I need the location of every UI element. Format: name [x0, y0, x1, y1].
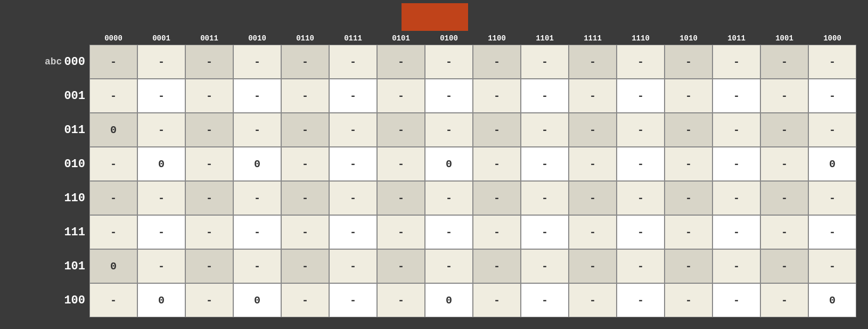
cell-r5-c11[interactable]: -	[617, 215, 665, 249]
cell-r2-c8[interactable]: -	[473, 113, 521, 147]
cell-r5-c7[interactable]: -	[425, 215, 473, 249]
cell-r7-c3[interactable]: 0	[233, 283, 281, 317]
cell-r6-c11[interactable]: -	[617, 249, 665, 283]
cell-r4-c2[interactable]: -	[185, 181, 233, 215]
cell-r3-c13[interactable]: -	[713, 147, 760, 181]
cell-r6-c9[interactable]: -	[521, 249, 569, 283]
cell-r6-c3[interactable]: -	[233, 249, 281, 283]
cell-r3-c14[interactable]: -	[760, 147, 808, 181]
cell-r5-c14[interactable]: -	[760, 215, 808, 249]
cell-r0-c12[interactable]: -	[665, 45, 713, 79]
cell-r5-c0[interactable]: -	[89, 215, 137, 249]
cell-r7-c7[interactable]: 0	[425, 283, 473, 317]
cell-r7-c11[interactable]: -	[617, 283, 665, 317]
cell-r6-c0[interactable]: 0	[89, 249, 137, 283]
cell-r5-c5[interactable]: -	[329, 215, 377, 249]
cell-r6-c1[interactable]: -	[137, 249, 185, 283]
cell-r1-c15[interactable]: -	[808, 79, 856, 113]
cell-r0-c7[interactable]: -	[425, 45, 473, 79]
cell-r7-c14[interactable]: -	[760, 283, 808, 317]
cell-r1-c7[interactable]: -	[425, 79, 473, 113]
cell-r4-c0[interactable]: -	[89, 181, 137, 215]
cell-r0-c2[interactable]: -	[185, 45, 233, 79]
cell-r7-c15[interactable]: 0	[808, 283, 856, 317]
cell-r2-c7[interactable]: -	[425, 113, 473, 147]
cell-r5-c10[interactable]: -	[569, 215, 617, 249]
cell-r2-c11[interactable]: -	[617, 113, 665, 147]
cell-r5-c8[interactable]: -	[473, 215, 521, 249]
cell-r7-c0[interactable]: -	[89, 283, 137, 317]
cell-r4-c7[interactable]: -	[425, 181, 473, 215]
cell-r3-c3[interactable]: 0	[233, 147, 281, 181]
cell-r1-c8[interactable]: -	[473, 79, 521, 113]
cell-r1-c10[interactable]: -	[569, 79, 617, 113]
cell-r7-c13[interactable]: -	[713, 283, 760, 317]
cell-r0-c15[interactable]: -	[808, 45, 856, 79]
cell-r4-c9[interactable]: -	[521, 181, 569, 215]
cell-r4-c10[interactable]: -	[569, 181, 617, 215]
cell-r7-c6[interactable]: -	[377, 283, 425, 317]
cell-r1-c11[interactable]: -	[617, 79, 665, 113]
cell-r5-c1[interactable]: -	[137, 215, 185, 249]
cell-r0-c1[interactable]: -	[137, 45, 185, 79]
cell-r6-c15[interactable]: -	[808, 249, 856, 283]
cell-r0-c9[interactable]: -	[521, 45, 569, 79]
cell-r3-c10[interactable]: -	[569, 147, 617, 181]
cell-r7-c1[interactable]: 0	[137, 283, 185, 317]
cell-r5-c12[interactable]: -	[665, 215, 713, 249]
cell-r4-c8[interactable]: -	[473, 181, 521, 215]
cell-r4-c11[interactable]: -	[617, 181, 665, 215]
cell-r1-c6[interactable]: -	[377, 79, 425, 113]
cell-r3-c5[interactable]: -	[329, 147, 377, 181]
cell-r3-c2[interactable]: -	[185, 147, 233, 181]
cell-r3-c6[interactable]: -	[377, 147, 425, 181]
cell-r1-c14[interactable]: -	[760, 79, 808, 113]
cell-r6-c13[interactable]: -	[713, 249, 760, 283]
cell-r2-c4[interactable]: -	[281, 113, 329, 147]
cell-r7-c5[interactable]: -	[329, 283, 377, 317]
cell-r4-c5[interactable]: -	[329, 181, 377, 215]
cell-r4-c1[interactable]: -	[137, 181, 185, 215]
cell-r0-c6[interactable]: -	[377, 45, 425, 79]
cell-r7-c8[interactable]: -	[473, 283, 521, 317]
cell-r7-c2[interactable]: -	[185, 283, 233, 317]
cell-r6-c5[interactable]: -	[329, 249, 377, 283]
clear-button[interactable]	[402, 3, 468, 31]
cell-r6-c8[interactable]: -	[473, 249, 521, 283]
cell-r3-c4[interactable]: -	[281, 147, 329, 181]
cell-r6-c7[interactable]: -	[425, 249, 473, 283]
cell-r5-c3[interactable]: -	[233, 215, 281, 249]
cell-r0-c3[interactable]: -	[233, 45, 281, 79]
cell-r5-c15[interactable]: -	[808, 215, 856, 249]
cell-r2-c6[interactable]: -	[377, 113, 425, 147]
cell-r3-c8[interactable]: -	[473, 147, 521, 181]
cell-r0-c0[interactable]: -	[89, 45, 137, 79]
cell-r7-c9[interactable]: -	[521, 283, 569, 317]
cell-r3-c9[interactable]: -	[521, 147, 569, 181]
cell-r2-c3[interactable]: -	[233, 113, 281, 147]
cell-r2-c12[interactable]: -	[665, 113, 713, 147]
cell-r3-c7[interactable]: 0	[425, 147, 473, 181]
cell-r3-c12[interactable]: -	[665, 147, 713, 181]
cell-r3-c15[interactable]: 0	[808, 147, 856, 181]
cell-r2-c14[interactable]: -	[760, 113, 808, 147]
cell-r1-c0[interactable]: -	[89, 79, 137, 113]
cell-r5-c2[interactable]: -	[185, 215, 233, 249]
cell-r0-c14[interactable]: -	[760, 45, 808, 79]
cell-r4-c13[interactable]: -	[713, 181, 760, 215]
cell-r7-c12[interactable]: -	[665, 283, 713, 317]
cell-r2-c0[interactable]: 0	[89, 113, 137, 147]
cell-r6-c10[interactable]: -	[569, 249, 617, 283]
cell-r4-c12[interactable]: -	[665, 181, 713, 215]
cell-r6-c6[interactable]: -	[377, 249, 425, 283]
cell-r4-c14[interactable]: -	[760, 181, 808, 215]
cell-r1-c2[interactable]: -	[185, 79, 233, 113]
cell-r4-c15[interactable]: -	[808, 181, 856, 215]
cell-r0-c8[interactable]: -	[473, 45, 521, 79]
cell-r0-c13[interactable]: -	[713, 45, 760, 79]
cell-r5-c13[interactable]: -	[713, 215, 760, 249]
cell-r4-c4[interactable]: -	[281, 181, 329, 215]
cell-r6-c14[interactable]: -	[760, 249, 808, 283]
cell-r1-c4[interactable]: -	[281, 79, 329, 113]
cell-r2-c15[interactable]: -	[808, 113, 856, 147]
